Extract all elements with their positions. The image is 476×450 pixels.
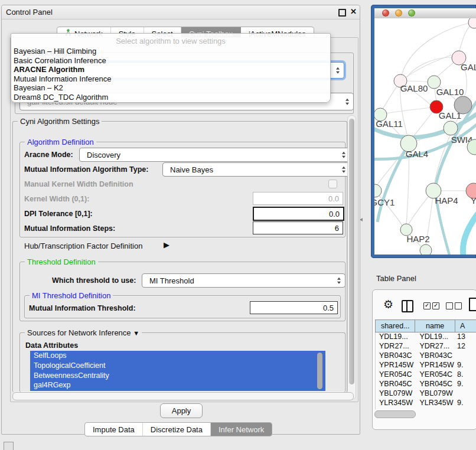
table-cell: YBR045C — [416, 380, 456, 389]
sources-title: Sources for Network Inference ▼ — [25, 328, 142, 337]
data-attributes-list[interactable]: SelfLoopsTopologicalCoefficientBetweenne… — [30, 351, 325, 391]
table-cell: YLR345W — [376, 399, 416, 408]
collapse-arrow-icon[interactable]: ▼ — [133, 330, 139, 337]
attribute-item[interactable]: gal4RGexp — [30, 380, 325, 390]
table-row[interactable]: YDL19...YDL19...13 — [376, 332, 476, 342]
table-cell: YBL079W — [416, 389, 456, 399]
network-node-swi4[interactable] — [444, 121, 458, 135]
table-cell: 9. — [456, 380, 476, 389]
kernel-width-field[interactable]: 0.0 — [253, 192, 343, 205]
table-row[interactable]: YBL079WYBL079W — [376, 389, 476, 399]
algorithm-option[interactable]: Mutual Information Inference — [11, 74, 330, 84]
tab-label: Impute Data — [93, 425, 135, 434]
table-cell — [456, 389, 476, 399]
mi-threshold-field[interactable]: 0.5 — [250, 301, 338, 314]
table-cell: YPR145W — [376, 361, 416, 370]
mi-steps-label: Mutual Information Steps: — [24, 224, 115, 233]
aracne-mode-combo[interactable]: Discovery — [79, 148, 350, 162]
algorithm-option[interactable]: ARACNE Algorithm — [11, 65, 330, 74]
apply-button[interactable]: Apply — [160, 403, 203, 418]
table-cell: YBL079W — [376, 389, 416, 399]
table-row[interactable]: YPR145WYPR145W9. — [376, 361, 476, 370]
tab-label: Discretize Data — [151, 425, 203, 434]
table-cell: YLR345W — [416, 399, 456, 408]
table-panel: ⚙ ✓✓ shared...nameA YDL19...YDL19...13YD… — [372, 289, 476, 430]
algorithm-definition-title: Algorithm Definition — [25, 138, 96, 146]
table-settings-gear-icon[interactable]: ⚙ — [383, 299, 393, 311]
table-row[interactable]: YLR345WYLR345W9. — [376, 399, 476, 408]
collapsed-panel-icon[interactable] — [4, 442, 14, 450]
table-hscrollbar-thumb[interactable] — [374, 410, 416, 418]
network-edge[interactable] — [400, 55, 451, 81]
settings-scrollbar-track[interactable] — [347, 115, 356, 400]
table-row[interactable]: YBR043CYBR043C — [376, 351, 476, 361]
aracne-mode-label: Aracne Mode: — [24, 151, 73, 159]
node-label: GAL4 — [406, 149, 428, 159]
algorithm-option[interactable]: Bayesian – Hill Climbing — [11, 47, 330, 56]
split-divider-arrow-icon[interactable] — [360, 218, 363, 221]
network-edge[interactable] — [386, 107, 436, 113]
control-panel-titlebar: Control Panel ✕ — [2, 5, 360, 19]
minimize-traffic-light[interactable] — [395, 9, 402, 17]
network-node[interactable] — [420, 244, 432, 255]
close-traffic-light[interactable] — [382, 9, 389, 17]
table-row[interactable]: YLL052CYLL052C9 — [376, 408, 476, 409]
settings-hscrollbar-thumb[interactable] — [12, 392, 354, 400]
mi-steps-field[interactable]: 6 — [253, 221, 343, 234]
column-header[interactable]: shared... — [375, 319, 415, 332]
table-cell: 9 — [456, 408, 476, 409]
hub-definition-label[interactable]: Hub/Transcription Factor Definition — [24, 242, 142, 250]
settings-scrollbar-thumb[interactable] — [349, 119, 354, 384]
table-cell: YLL052C — [416, 408, 456, 409]
which-threshold-combo[interactable]: MI Threshold — [142, 273, 345, 288]
attribute-item[interactable]: TopologicalCoefficient — [30, 361, 325, 371]
tab-label: Infer Network — [219, 425, 264, 434]
node-table: shared...nameA YDL19...YDL19...13YDR27..… — [375, 319, 476, 409]
dpi-tolerance-field[interactable]: 0.0 — [253, 207, 344, 221]
mi-type-combo[interactable]: Naive Bayes — [162, 162, 350, 177]
spinner-icon — [336, 67, 340, 74]
table-cell: YDL19... — [376, 332, 416, 342]
tab-discretize-data[interactable]: Discretize Data — [143, 423, 211, 436]
node-label: GAL — [461, 62, 476, 72]
algorithm-option[interactable]: Basic Correlation Inference — [11, 56, 330, 66]
network-node-gcy1[interactable] — [374, 184, 382, 197]
network-edge[interactable] — [407, 57, 459, 77]
column-header[interactable]: A — [455, 319, 476, 332]
network-view-window: GALGAL80GAL10GAL1GAL11SWI4GAL4GCY1HAP4YH… — [371, 5, 476, 258]
table-row[interactable]: YDR27...YDR27...12 — [376, 342, 476, 351]
attributes-list-scrollbar[interactable] — [317, 353, 322, 389]
float-window-icon[interactable] — [338, 9, 346, 17]
table-cell: 9. — [456, 361, 476, 370]
table-row[interactable]: YER054CYER054C8. — [376, 370, 476, 380]
expand-arrow-icon[interactable]: ▶ — [164, 240, 169, 249]
tab-impute-data[interactable]: Impute Data — [85, 423, 143, 436]
aracne-mode-value: Discovery — [87, 151, 120, 159]
export-table-icon[interactable] — [469, 298, 476, 311]
algorithm-option[interactable]: Dream8 DC_TDC Algorithm — [11, 93, 330, 102]
attribute-item[interactable]: SelfLoops — [30, 351, 325, 361]
column-layout-icon[interactable] — [402, 300, 413, 312]
manual-kernel-checkbox[interactable] — [328, 180, 337, 188]
algorithm-option[interactable]: Bayesian – K2 — [11, 83, 330, 93]
table-panel-title: Table Panel — [376, 274, 416, 283]
close-icon[interactable]: ✕ — [350, 7, 357, 16]
network-edge-weighted[interactable] — [463, 205, 476, 255]
zoom-traffic-light[interactable] — [408, 9, 415, 17]
deselect-all-checkboxes-icon[interactable] — [446, 302, 462, 309]
table-cell: YBR045C — [376, 380, 416, 389]
table-cell: YPR145W — [416, 361, 456, 370]
table-cell: YER054C — [416, 370, 456, 380]
column-header[interactable]: name — [415, 319, 455, 332]
network-window-titlebar — [374, 8, 476, 19]
bottom-tab-bar: Impute DataDiscretize DataInfer Network — [84, 422, 272, 436]
node-label: GAL10 — [436, 87, 464, 97]
select-all-checkboxes-icon[interactable]: ✓✓ — [423, 302, 439, 309]
data-attributes-label: Data Attributes — [25, 341, 78, 350]
network-canvas[interactable]: GALGAL80GAL10GAL1GAL11SWI4GAL4GCY1HAP4YH… — [374, 18, 476, 255]
spinner-icon — [342, 152, 345, 158]
tab-infer-network[interactable]: Infer Network — [211, 423, 272, 436]
which-threshold-value: MI Threshold — [149, 276, 194, 285]
attribute-item[interactable]: BetweennessCentrality — [30, 371, 325, 381]
table-row[interactable]: YBR045CYBR045C9. — [376, 380, 476, 389]
